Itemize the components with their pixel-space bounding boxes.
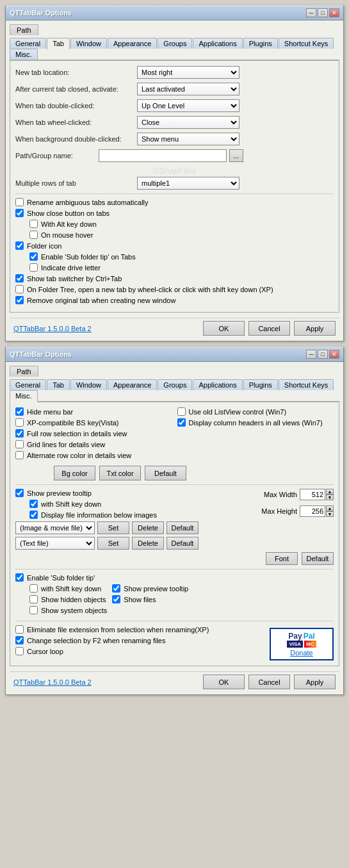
- with-alt-check[interactable]: [29, 220, 38, 228]
- tab-general-2[interactable]: General: [10, 379, 46, 390]
- preview-right: Max Width ▲ ▼ Max Height ▲ ▼: [250, 489, 334, 521]
- use-old-listview-row: Use old ListView control (Win7): [177, 407, 334, 416]
- tab-general-1[interactable]: General: [10, 38, 46, 49]
- tab-groups-2[interactable]: Groups: [158, 379, 192, 390]
- new-tab-location-select[interactable]: Most right Most left Next to current: [137, 66, 239, 79]
- ok-btn-2[interactable]: OK: [203, 675, 245, 689]
- use-old-listview-check[interactable]: [177, 407, 186, 416]
- display-col-headers-check[interactable]: [177, 418, 186, 427]
- delete-btn-1[interactable]: Delete: [132, 521, 164, 534]
- apply-btn-2[interactable]: Apply: [294, 675, 336, 689]
- hide-menu-bar-check[interactable]: [15, 407, 24, 416]
- tab-window-1[interactable]: Window: [70, 38, 107, 49]
- indicate-drive-check[interactable]: [29, 263, 38, 272]
- max-width-down[interactable]: ▼: [326, 495, 334, 500]
- close-btn-1[interactable]: ✕: [329, 8, 339, 17]
- tab-tab-1[interactable]: Tab: [47, 38, 70, 50]
- footer-link-1[interactable]: QTTabBar 1.5.0.0 Beta 2: [13, 325, 92, 332]
- preview-with-shift-check[interactable]: [29, 500, 38, 508]
- tab-applications-2[interactable]: Applications: [193, 379, 242, 390]
- max-width-up[interactable]: ▲: [326, 489, 334, 495]
- folder-tree-wheel-check[interactable]: [15, 285, 24, 293]
- change-selection-check[interactable]: [15, 636, 24, 644]
- rename-ambiguous-label: Rename ambiguous tabs automatically: [27, 199, 149, 206]
- sf-show-preview-check[interactable]: [112, 584, 120, 593]
- tab-window-2[interactable]: Window: [70, 379, 107, 390]
- tab-appearance-2[interactable]: Appearance: [108, 379, 157, 390]
- eliminate-check[interactable]: [15, 625, 24, 634]
- show-tab-switcher-check[interactable]: [15, 274, 24, 283]
- path-tab-1[interactable]: Path: [10, 24, 38, 35]
- tab-plugins-1[interactable]: Plugins: [243, 38, 278, 49]
- path-tab-row-2: Path: [10, 366, 339, 377]
- rename-ambiguous-check[interactable]: [15, 198, 24, 206]
- minimize-btn-1[interactable]: ─: [306, 8, 316, 17]
- show-system-check[interactable]: [29, 606, 38, 614]
- tab-shortcutkeys-2[interactable]: Shortcut Keys: [279, 379, 334, 390]
- path-browse-btn[interactable]: ...: [229, 149, 243, 162]
- after-close-select[interactable]: Last activated Left tab Right tab: [137, 83, 239, 95]
- grid-lines-row: Grid lines for details view: [15, 440, 172, 448]
- multiple-rows-select[interactable]: multiple1 multiple2 single: [137, 177, 239, 190]
- donate-link[interactable]: Donate: [290, 649, 312, 657]
- window1: QTTabBar Options ─ □ ✕ Path General Tab …: [5, 5, 344, 341]
- wheel-clicked-select[interactable]: Close Up One Level Show menu: [137, 116, 239, 129]
- tab-groups-1[interactable]: Groups: [158, 38, 192, 49]
- path-tab-2[interactable]: Path: [10, 366, 38, 377]
- grid-lines-check[interactable]: [15, 440, 24, 448]
- ok-btn-1[interactable]: OK: [203, 321, 245, 336]
- tab-appearance-1[interactable]: Appearance: [108, 38, 157, 49]
- full-row-check[interactable]: [15, 429, 24, 438]
- bottom-section: Eliminate file extension from selection …: [15, 625, 334, 660]
- path-group-input[interactable]: [99, 149, 227, 162]
- folder-icon-check[interactable]: [15, 242, 24, 250]
- bg-color-btn[interactable]: Bg color: [54, 466, 95, 480]
- xp-compat-check[interactable]: [15, 418, 24, 427]
- font-default-btn[interactable]: Default: [302, 552, 334, 565]
- default-color-btn[interactable]: Default: [145, 466, 186, 480]
- on-mouse-hover-check[interactable]: [29, 231, 38, 239]
- default-btn-2[interactable]: Default: [166, 537, 199, 550]
- change-selection-label: Change selection by F2 when renaming fil…: [27, 637, 165, 644]
- show-close-btn-check[interactable]: [15, 209, 24, 217]
- tab-misc-1[interactable]: Misc.: [10, 49, 38, 60]
- tab-applications-1[interactable]: Applications: [193, 38, 242, 49]
- max-height-down[interactable]: ▼: [326, 511, 334, 517]
- display-file-info-check[interactable]: [29, 511, 38, 519]
- show-hidden-check[interactable]: [29, 595, 38, 603]
- double-clicked-select[interactable]: Up One Level Close Show menu: [137, 99, 239, 112]
- tab-plugins-2[interactable]: Plugins: [243, 379, 278, 390]
- close-btn-2[interactable]: ✕: [329, 350, 339, 359]
- tab-shortcutkeys-1[interactable]: Shortcut Keys: [279, 38, 334, 49]
- show-preview-tooltip-check[interactable]: [15, 489, 24, 497]
- sf-show-files-check[interactable]: [112, 595, 120, 603]
- tab-tab-2[interactable]: Tab: [47, 379, 70, 390]
- minimize-btn-2[interactable]: ─: [306, 350, 316, 359]
- max-height-up[interactable]: ▲: [326, 505, 334, 511]
- enable-sub-folder-check[interactable]: [15, 573, 24, 582]
- remove-original-check[interactable]: [15, 296, 24, 304]
- footer-link-2[interactable]: QTTabBar 1.5.0.0 Beta 2: [13, 678, 92, 686]
- cursor-loop-check[interactable]: [15, 647, 24, 655]
- cancel-btn-1[interactable]: Cancel: [248, 321, 290, 336]
- maximize-btn-2[interactable]: □: [318, 350, 328, 359]
- set-btn-1[interactable]: Set: [97, 521, 129, 534]
- tab-misc-2[interactable]: Misc.: [10, 390, 38, 402]
- max-width-input[interactable]: [300, 489, 325, 500]
- max-height-input[interactable]: [300, 505, 325, 517]
- maximize-btn-1[interactable]: □: [318, 8, 328, 17]
- file-type-select-1[interactable]: (Image & movie file) (Text file): [15, 521, 95, 534]
- cancel-btn-2[interactable]: Cancel: [248, 675, 290, 689]
- delete-btn-2[interactable]: Delete: [132, 537, 164, 550]
- sub-folder-tip-check[interactable]: [29, 252, 38, 261]
- default-btn-1[interactable]: Default: [166, 521, 199, 534]
- apply-btn-1[interactable]: Apply: [294, 321, 336, 336]
- alternate-row-check[interactable]: [15, 451, 24, 459]
- txt-color-btn[interactable]: Txt color: [99, 466, 141, 480]
- file-type-select-2[interactable]: (Text file) (Image & movie file): [15, 537, 95, 550]
- sf-with-shift-row: with Shift key down: [15, 584, 107, 593]
- set-btn-2[interactable]: Set: [97, 537, 129, 550]
- bg-double-clicked-select[interactable]: Show menu Up One Level Close: [137, 133, 239, 145]
- font-btn[interactable]: Font: [266, 552, 298, 565]
- sf-with-shift-check[interactable]: [29, 584, 38, 593]
